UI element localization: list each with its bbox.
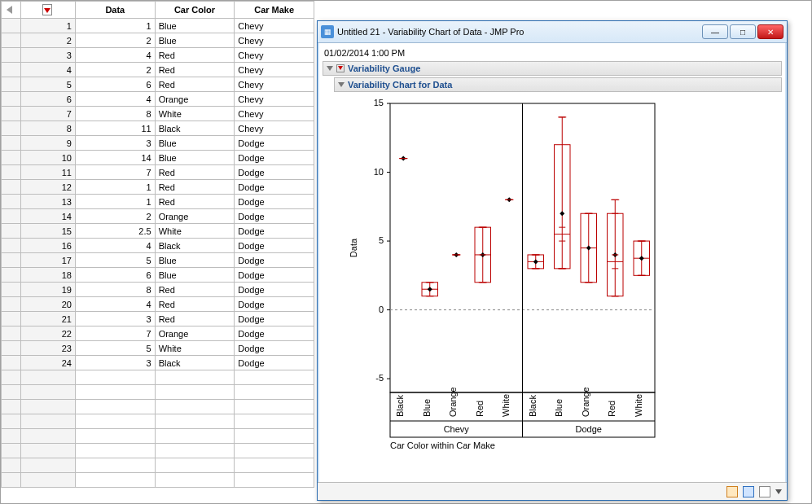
table-row[interactable]: 16 4 Black Dodge bbox=[2, 239, 314, 253]
cell-make[interactable]: Dodge bbox=[235, 283, 314, 297]
col-header-data[interactable]: Data bbox=[75, 2, 155, 19]
cell-color[interactable]: Red bbox=[155, 165, 235, 180]
table-row[interactable]: 7 8 White Chevy bbox=[2, 107, 314, 121]
table-row[interactable]: 5 6 Red Chevy bbox=[2, 77, 314, 92]
cell-make[interactable]: Dodge bbox=[235, 312, 314, 327]
row-marker[interactable] bbox=[2, 356, 21, 370]
minimize-button[interactable]: — bbox=[702, 24, 728, 39]
row-number[interactable]: 18 bbox=[21, 268, 76, 283]
table-row[interactable]: 6 4 Orange Chevy bbox=[2, 92, 314, 107]
row-number[interactable]: 11 bbox=[21, 165, 76, 180]
row-marker[interactable] bbox=[2, 312, 21, 327]
cell-data[interactable]: 8 bbox=[75, 107, 155, 121]
table-corner[interactable] bbox=[2, 2, 21, 19]
row-marker[interactable] bbox=[2, 341, 21, 356]
row-marker[interactable] bbox=[2, 239, 21, 253]
grid-icon[interactable] bbox=[759, 486, 770, 497]
row-number[interactable]: 19 bbox=[21, 283, 76, 297]
cell-color[interactable]: Blue bbox=[155, 19, 235, 33]
cell-make[interactable]: Chevy bbox=[235, 107, 314, 121]
row-number[interactable]: 6 bbox=[21, 92, 76, 107]
cell-color[interactable]: White bbox=[155, 224, 235, 239]
row-marker[interactable] bbox=[2, 136, 21, 151]
cell-make[interactable]: Chevy bbox=[235, 33, 314, 48]
cell-color[interactable]: White bbox=[155, 341, 235, 356]
cell-color[interactable]: Red bbox=[155, 297, 235, 312]
row-number[interactable]: 3 bbox=[21, 48, 76, 63]
table-row[interactable]: 1 1 Blue Chevy bbox=[2, 19, 314, 33]
table-row[interactable]: 9 3 Blue Dodge bbox=[2, 136, 314, 151]
cell-make[interactable]: Dodge bbox=[235, 224, 314, 239]
cell-color[interactable]: Blue bbox=[155, 253, 235, 268]
row-number[interactable]: 20 bbox=[21, 297, 76, 312]
table-row[interactable]: 11 7 Red Dodge bbox=[2, 165, 314, 180]
cell-color[interactable]: Red bbox=[155, 48, 235, 63]
cell-color[interactable]: Blue bbox=[155, 268, 235, 283]
row-marker[interactable] bbox=[2, 195, 21, 209]
cell-data[interactable]: 3 bbox=[75, 136, 155, 151]
cell-make[interactable]: Dodge bbox=[235, 297, 314, 312]
row-marker[interactable] bbox=[2, 107, 21, 121]
cell-data[interactable]: 1 bbox=[75, 180, 155, 195]
cell-color[interactable]: Orange bbox=[155, 209, 235, 224]
row-marker[interactable] bbox=[2, 297, 21, 312]
row-number[interactable]: 5 bbox=[21, 77, 76, 92]
cell-make[interactable]: Chevy bbox=[235, 19, 314, 33]
cell-data[interactable]: 6 bbox=[75, 268, 155, 283]
row-marker[interactable] bbox=[2, 327, 21, 341]
row-number[interactable]: 13 bbox=[21, 195, 76, 209]
close-button[interactable]: ✕ bbox=[757, 24, 783, 39]
cell-data[interactable]: 3 bbox=[75, 312, 155, 327]
row-marker[interactable] bbox=[2, 283, 21, 297]
row-marker[interactable] bbox=[2, 92, 21, 107]
row-marker[interactable] bbox=[2, 224, 21, 239]
cell-color[interactable]: Red bbox=[155, 180, 235, 195]
row-marker[interactable] bbox=[2, 268, 21, 283]
row-marker[interactable] bbox=[2, 165, 21, 180]
cell-make[interactable]: Dodge bbox=[235, 268, 314, 283]
cell-make[interactable]: Dodge bbox=[235, 239, 314, 253]
book-icon[interactable] bbox=[743, 486, 754, 497]
row-number[interactable]: 7 bbox=[21, 107, 76, 121]
table-row[interactable]: 14 2 Orange Dodge bbox=[2, 209, 314, 224]
col-header-make[interactable]: Car Make bbox=[235, 2, 314, 19]
cell-color[interactable]: Red bbox=[155, 312, 235, 327]
row-number[interactable]: 1 bbox=[21, 19, 76, 33]
table-row[interactable]: 2 2 Blue Chevy bbox=[2, 33, 314, 48]
cell-data[interactable]: 7 bbox=[75, 327, 155, 341]
table-row[interactable]: 21 3 Red Dodge bbox=[2, 312, 314, 327]
cell-data[interactable]: 14 bbox=[75, 151, 155, 165]
cell-make[interactable]: Chevy bbox=[235, 48, 314, 63]
cell-data[interactable]: 7 bbox=[75, 165, 155, 180]
cell-color[interactable]: Red bbox=[155, 283, 235, 297]
table-row[interactable]: 8 11 Black Chevy bbox=[2, 121, 314, 136]
row-number[interactable]: 4 bbox=[21, 63, 76, 77]
cell-color[interactable]: Red bbox=[155, 77, 235, 92]
cell-color[interactable]: Blue bbox=[155, 33, 235, 48]
cell-make[interactable]: Dodge bbox=[235, 356, 314, 370]
cell-color[interactable]: Red bbox=[155, 63, 235, 77]
table-row[interactable]: 13 1 Red Dodge bbox=[2, 195, 314, 209]
cell-data[interactable]: 2 bbox=[75, 209, 155, 224]
row-number[interactable]: 12 bbox=[21, 180, 76, 195]
cell-make[interactable]: Dodge bbox=[235, 327, 314, 341]
cell-color[interactable]: Red bbox=[155, 195, 235, 209]
row-marker[interactable] bbox=[2, 180, 21, 195]
cell-data[interactable]: 2 bbox=[75, 33, 155, 48]
cell-data[interactable]: 5 bbox=[75, 341, 155, 356]
panel-variability-gauge[interactable]: Variability Gauge bbox=[323, 61, 782, 76]
cell-make[interactable]: Dodge bbox=[235, 136, 314, 151]
cell-color[interactable]: White bbox=[155, 107, 235, 121]
row-number[interactable]: 16 bbox=[21, 239, 76, 253]
col-header-color[interactable]: Car Color bbox=[155, 2, 235, 19]
cell-color[interactable]: Blue bbox=[155, 136, 235, 151]
cell-make[interactable]: Dodge bbox=[235, 209, 314, 224]
row-number[interactable]: 8 bbox=[21, 121, 76, 136]
row-number[interactable]: 15 bbox=[21, 224, 76, 239]
cell-data[interactable]: 2 bbox=[75, 63, 155, 77]
cell-data[interactable]: 11 bbox=[75, 121, 155, 136]
cell-make[interactable]: Dodge bbox=[235, 151, 314, 165]
hotspot-icon[interactable] bbox=[336, 64, 345, 72]
data-table[interactable]: Data Car Color Car Make 1 1 Blue Chevy 2… bbox=[1, 1, 314, 488]
cell-make[interactable]: Chevy bbox=[235, 92, 314, 107]
